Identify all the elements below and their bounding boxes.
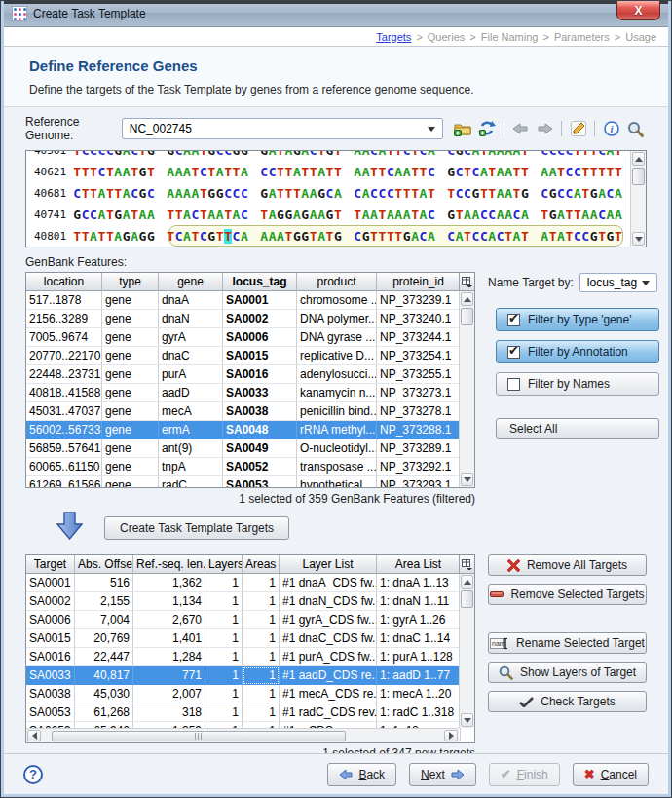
table-row[interactable]: 45031..47037genemecASA0038penicillin bin… [26,402,474,421]
table-row[interactable]: SA001520,7691,40111#1 dnaC_CDS fw...1: d… [26,629,474,648]
sequence-viewer[interactable]: 40561TCCCCGACTGGCAATGCCGGGATAGACTGTAACAT… [25,150,647,247]
table-row[interactable]: 517..1878genednaASA0001chromosome ...NP_… [26,291,474,310]
column-header[interactable]: type [102,273,159,291]
table-row[interactable]: 2156..3289genednaNSA0002DNA polymer...NP… [26,310,474,328]
nav-forward-icon[interactable] [534,119,556,138]
table-row[interactable]: 61269..61586generadCSA0053hypothetical .… [26,476,474,488]
reference-genome-dropdown[interactable]: NC_002745 [122,118,443,139]
targets-table-scrollbar[interactable] [459,574,474,728]
scroll-thumb[interactable] [461,590,473,608]
table-cell: transposase ... [297,458,377,476]
remove-selected-targets-button[interactable]: Remove Selected Targets [488,584,647,605]
table-row[interactable]: SA003340,81777111#1 aadD_CDS re...1: aad… [26,666,474,685]
table-row[interactable]: SA00015161,36211#1 dnaA_CDS fw...1: dnaA… [26,574,474,592]
column-header[interactable]: Target [26,555,75,574]
filter-toggle-filter-by-type-gene[interactable]: Filter by Type 'gene' [496,308,659,331]
scroll-left-arrow[interactable] [27,730,41,741]
sequence-line[interactable]: 40861GCTTCTCTCCAGTCCTCAATCGGATTCCAGAAATT… [34,247,628,247]
breadcrumb-step-usage[interactable]: Usage [625,31,656,43]
scroll-thumb[interactable] [632,168,645,185]
filter-toggle-filter-by-names[interactable]: Filter by Names [496,372,659,396]
targets-hscrollbar[interactable] [26,728,459,742]
scroll-down-arrow[interactable] [461,473,473,486]
sequence-line[interactable]: 40741GCCATGATAATTACTAATACTAGGAGAAGTTAATA… [34,204,628,225]
help-icon[interactable] [23,765,43,784]
table-row[interactable]: 60065..61150genetnpASA0052transposase ..… [26,458,474,476]
scroll-right-arrow[interactable] [444,730,458,741]
column-header[interactable]: Area List [377,555,461,574]
select-all-button[interactable]: Select All [496,418,659,439]
column-header[interactable]: Layer List [280,555,377,574]
scroll-thumb[interactable] [461,308,473,325]
table-row[interactable]: 40818..41588geneaadDSA0033kanamycin n...… [26,384,474,402]
column-header[interactable]: location [26,273,102,291]
column-header[interactable]: locus_tag [223,273,297,291]
next-arrow-icon [451,769,465,780]
genbank-table-scrollbar[interactable] [459,291,474,487]
remove-all-targets-button[interactable]: Remove All Targets [488,554,647,576]
table-cell: 1 [205,648,243,666]
toolbar-separator [594,121,595,136]
table-row[interactable]: SA005361,26831811#1 radC_CDS rev...1: ra… [26,703,474,722]
table-cell: SA0033 [26,666,75,685]
breadcrumb-step-targets[interactable]: Targets [376,31,411,43]
refresh-add-icon[interactable] [476,119,499,138]
table-settings-icon[interactable] [459,555,474,574]
table-row[interactable]: SA00067,0042,67011#1 gyrA_CDS fw...1: gy… [26,611,474,629]
scroll-up-arrow[interactable] [461,292,473,306]
column-header[interactable]: Ref.-seq. len. [133,555,205,574]
scroll-up-arrow[interactable] [461,575,473,589]
table-cell: 22448..23731 [26,365,102,384]
table-row[interactable]: SA00022,1551,13411#1 dnaN_CDS fw...1: dn… [26,592,474,611]
scroll-thumb[interactable] [52,731,346,741]
info-icon[interactable]: i [600,119,622,138]
column-header[interactable]: gene [159,273,223,291]
show-layers-of-target-button[interactable]: Show Layers of Target [488,662,647,683]
table-settings-icon[interactable] [459,273,474,291]
filter-toggle-filter-by-annotation[interactable]: Filter by Annotation [496,340,659,363]
table-row[interactable]: 7005..9674genegyrASA0006DNA gyrase ...NP… [26,328,474,347]
sequence-scrollbar[interactable] [630,151,646,247]
scroll-down-arrow[interactable] [632,232,645,246]
cancel-button[interactable]: ✖ Cancel [573,763,649,786]
breadcrumb-step-queries[interactable]: Queries [428,31,466,43]
table-row[interactable]: 56002..56733geneermASA0048rRNA methyl...… [26,421,474,439]
sequence-line[interactable]: 40561TCCCCGACTGGCAATGCCGGGATAGACTGTAACAT… [34,150,628,161]
reference-genome-value: NC_002745 [130,122,192,135]
breadcrumb-step-file-naming[interactable]: File Naming [481,31,539,43]
column-header[interactable]: Areas [243,555,280,574]
table-row[interactable]: 20770..22170genednaCSA0015replicative D.… [26,347,474,365]
column-header[interactable]: protein_id [377,273,461,291]
open-folder-add-icon[interactable] [452,119,474,138]
check-targets-button[interactable]: Check Targets [488,691,647,712]
close-button[interactable]: X [616,1,660,20]
scroll-up-arrow[interactable] [632,152,645,166]
genbank-features-table[interactable]: locationtypegenelocus_tagproductprotein_… [25,272,475,488]
name-target-by-dropdown[interactable]: locus_tag [579,273,657,292]
scroll-down-arrow[interactable] [461,713,473,727]
breadcrumb-step-parameters[interactable]: Parameters [554,31,610,43]
edit-pencil-icon[interactable] [567,119,589,138]
targets-table[interactable]: TargetAbs. OffsetRef.-seq. len.LayersAre… [25,554,475,743]
table-row[interactable]: SA003845,0302,00711#1 mecA_CDS re...1: m… [26,685,474,703]
table-row[interactable]: 56859..57641geneant(9)SA0049O-nucleotidy… [26,439,474,458]
column-header[interactable]: Abs. Offset [75,555,133,574]
table-cell: 1: dnaA 1..13 [377,574,461,592]
column-header[interactable]: Layers [205,555,243,574]
back-button[interactable]: Back [327,763,396,786]
column-header[interactable]: product [297,273,377,291]
table-row[interactable]: SA001622,4471,28411#1 purA_CDS fw...1: p… [26,648,474,666]
sequence-line[interactable]: 40801TTATTAGAGGTCATCGTTCAAAATGGTATGCGTTT… [34,225,628,247]
nav-back-icon[interactable] [509,119,532,138]
rename-selected-target-button[interactable]: namRename Selected Target [488,632,647,654]
table-cell: gene [102,439,159,458]
table-cell: rRNA methyl... [297,421,377,439]
next-button[interactable]: Next [409,763,476,786]
sequence-line[interactable]: 40621TTTCTAATGTAAATCTATTACCTTATTATTAATTC… [34,161,628,182]
big-down-arrow-icon [56,512,83,544]
create-task-template-targets-button[interactable]: Create Task Template Targets [104,516,289,540]
table-row[interactable]: 22448..23731genepurASA0016adenylosucci..… [26,365,474,384]
search-icon[interactable] [624,119,647,138]
table-cell: tnpA [159,458,223,476]
sequence-line[interactable]: 40681CTTATTACGCAAAATGGCCCGATTTAAGCACACCC… [34,182,628,204]
